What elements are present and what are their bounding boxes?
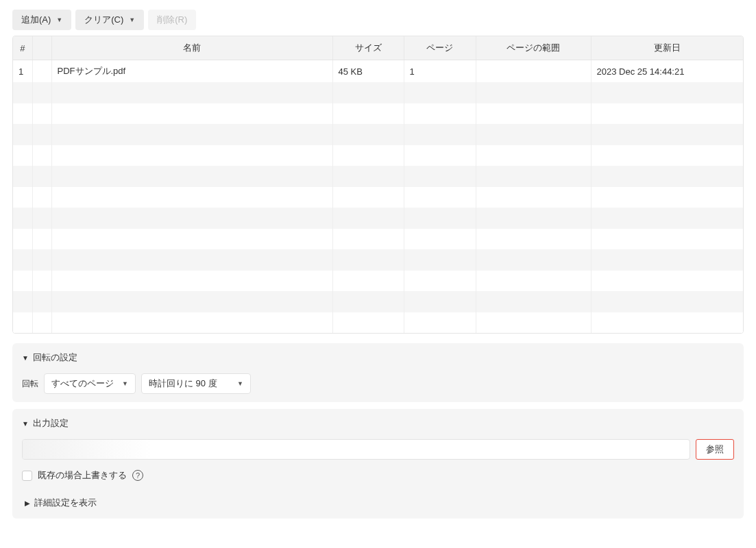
cell-range (476, 312, 591, 334)
cell-range (476, 60, 591, 83)
cell-name: PDFサンプル.pdf (51, 60, 332, 83)
cell-range (476, 208, 591, 229)
cell-num (13, 208, 32, 229)
toolbar: 追加(A) ▼ クリア(C) ▼ 削除(R) (12, 10, 744, 30)
table-header-row: # 名前 サイズ ページ ページの範囲 更新日 (13, 36, 743, 60)
cell-date (591, 271, 743, 292)
overwrite-checkbox[interactable] (22, 471, 32, 481)
col-header-page[interactable]: ページ (404, 36, 476, 60)
help-icon[interactable]: ? (132, 470, 143, 481)
cell-spacer (32, 145, 51, 166)
add-button[interactable]: 追加(A) ▼ (12, 10, 71, 30)
cell-size (332, 271, 404, 292)
remove-button-label: 削除(R) (157, 14, 187, 26)
cell-name (51, 229, 332, 250)
cell-size (332, 312, 404, 334)
cell-num (13, 291, 32, 312)
cell-size (332, 145, 404, 166)
rotate-pages-select[interactable]: すべてのページ ▼ (44, 373, 136, 394)
table-row[interactable] (13, 187, 743, 208)
chevron-down-icon: ▼ (22, 420, 29, 427)
cell-range (476, 103, 591, 125)
cell-page (404, 291, 476, 312)
cell-spacer (32, 249, 51, 271)
advanced-settings-header[interactable]: ▶ 詳細設定を表示 (22, 491, 734, 510)
cell-spacer (32, 124, 51, 145)
cell-size (332, 249, 404, 271)
cell-date (591, 187, 743, 208)
table-row[interactable]: 1PDFサンプル.pdf45 KB12023 Dec 25 14:44:21 (13, 60, 743, 83)
table-row[interactable] (13, 145, 743, 166)
cell-size: 45 KB (332, 60, 404, 83)
output-path-input[interactable] (22, 439, 690, 460)
cell-date: 2023 Dec 25 14:44:21 (591, 60, 743, 83)
cell-name (51, 124, 332, 145)
cell-num (13, 229, 32, 250)
cell-date (591, 166, 743, 187)
rotate-row: 回転 すべてのページ ▼ 時計回りに 90 度 ▼ (22, 373, 734, 394)
cell-range (476, 229, 591, 250)
rotate-settings-panel: ▼ 回転の設定 回転 すべてのページ ▼ 時計回りに 90 度 ▼ (12, 343, 744, 402)
col-header-date[interactable]: 更新日 (591, 36, 743, 60)
table-row[interactable] (13, 124, 743, 145)
cell-range (476, 166, 591, 187)
cell-range (476, 187, 591, 208)
cell-size (332, 187, 404, 208)
cell-name (51, 103, 332, 125)
chevron-down-icon: ▼ (237, 380, 243, 387)
table-row[interactable] (13, 291, 743, 312)
col-header-num[interactable]: # (13, 36, 32, 60)
cell-date (591, 145, 743, 166)
chevron-down-icon: ▼ (129, 16, 135, 23)
table-row[interactable] (13, 82, 743, 103)
cell-size (332, 166, 404, 187)
table-row[interactable] (13, 208, 743, 229)
chevron-down-icon: ▼ (122, 380, 128, 387)
col-header-name[interactable]: 名前 (51, 36, 332, 60)
table-row[interactable] (13, 229, 743, 250)
cell-page (404, 145, 476, 166)
cell-size (332, 103, 404, 125)
table-row[interactable] (13, 312, 743, 334)
rotate-angle-select[interactable]: 時計回りに 90 度 ▼ (141, 373, 251, 394)
cell-date (591, 208, 743, 229)
cell-num (13, 312, 32, 334)
cell-page (404, 208, 476, 229)
clear-button-label: クリア(C) (84, 14, 123, 26)
output-settings-header[interactable]: ▼ 出力設定 (22, 417, 734, 429)
table-row[interactable] (13, 103, 743, 125)
cell-page (404, 312, 476, 334)
overwrite-label: 既存の場合上書きする (38, 469, 127, 482)
cell-num (13, 103, 32, 125)
cell-num (13, 145, 32, 166)
browse-button-label: 参照 (706, 444, 724, 454)
cell-page (404, 103, 476, 125)
remove-button: 削除(R) (148, 10, 196, 30)
col-header-range[interactable]: ページの範囲 (476, 36, 591, 60)
cell-num (13, 271, 32, 292)
cell-spacer (32, 271, 51, 292)
table-row[interactable] (13, 249, 743, 271)
cell-name (51, 249, 332, 271)
cell-spacer (32, 60, 51, 83)
rotate-angle-value: 時計回りに 90 度 (149, 377, 217, 390)
cell-range (476, 145, 591, 166)
cell-page: 1 (404, 60, 476, 83)
table-row[interactable] (13, 271, 743, 292)
add-button-label: 追加(A) (21, 14, 51, 26)
advanced-settings-label: 詳細設定を表示 (34, 497, 97, 509)
cell-name (51, 82, 332, 103)
cell-range (476, 249, 591, 271)
col-header-size[interactable]: サイズ (332, 36, 404, 60)
cell-size (332, 229, 404, 250)
chevron-down-icon: ▼ (56, 16, 62, 23)
cell-name (51, 208, 332, 229)
cell-date (591, 249, 743, 271)
clear-button[interactable]: クリア(C) ▼ (75, 10, 144, 30)
table-row[interactable] (13, 166, 743, 187)
browse-button[interactable]: 参照 (696, 439, 734, 460)
cell-spacer (32, 166, 51, 187)
rotate-label: 回転 (22, 378, 38, 390)
output-settings-title: 出力設定 (33, 417, 69, 429)
rotate-settings-header[interactable]: ▼ 回転の設定 (22, 351, 734, 364)
